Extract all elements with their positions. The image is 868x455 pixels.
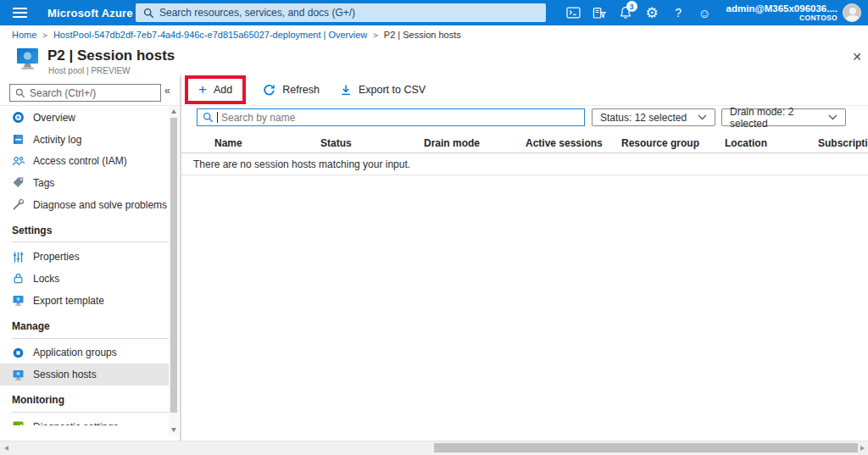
switch-directory-icon[interactable] (587, 0, 613, 25)
sidebar-item-label: Activity log (33, 134, 81, 146)
sidebar-item-label: Access control (IAM) (33, 155, 127, 167)
scroll-up-icon[interactable] (171, 109, 176, 114)
sidebar-item-locks[interactable]: Locks (0, 268, 169, 290)
notifications-bell-icon[interactable]: 3 (613, 0, 639, 25)
sidebar-scrollbar[interactable] (169, 106, 179, 436)
filter-row: Status: 12 selected Drain mode: 2 select… (181, 107, 868, 129)
sidebar-section-monitoring: Monitoring (0, 391, 169, 410)
sidebar-section-settings: Settings (0, 220, 169, 240)
top-bar-actions: 3 ⚙ ? ☺ admin@M365x096036.... CONTOSO (560, 0, 868, 25)
sidebar-item-properties[interactable]: Properties (0, 246, 169, 268)
scroll-left-icon[interactable] (4, 446, 8, 451)
refresh-button[interactable]: Refresh (253, 79, 330, 102)
sidebar-item-label: Overview (33, 112, 75, 124)
chevron-down-icon (828, 114, 837, 120)
sidebar-item-overview[interactable]: Overview (0, 107, 169, 129)
close-icon[interactable]: ✕ (848, 48, 866, 65)
divider (0, 105, 180, 106)
collapse-sidebar-icon[interactable]: « (164, 85, 170, 97)
download-icon (340, 84, 352, 96)
monitor-icon (12, 369, 25, 381)
add-button-highlight: + Add (185, 75, 246, 104)
page-title: P2 | Session hosts (47, 47, 175, 64)
breadcrumb: Home > HostPool-547db2df-7eb7-4a4d-946c-… (0, 25, 868, 44)
empty-state-message: There are no session hosts matching your… (181, 153, 868, 175)
divider (12, 241, 169, 242)
sidebar-section-manage: Manage (0, 317, 169, 336)
global-search-input[interactable] (136, 3, 546, 22)
account-name: admin@M365x096036.... (726, 3, 837, 14)
export-csv-button[interactable]: Export to CSV (330, 79, 436, 101)
tag-icon (12, 176, 25, 189)
refresh-icon (263, 84, 275, 97)
notification-count-badge: 3 (626, 1, 637, 12)
avatar[interactable] (843, 3, 861, 22)
session-hosts-pane: + Add Refresh Export to CSV (181, 75, 868, 441)
account-tenant: CONTOSO (726, 14, 837, 23)
sidebar-item-access-control[interactable]: Access control (IAM) (0, 150, 169, 172)
sidebar-item-label: Locks (33, 273, 59, 285)
feedback-smiley-icon[interactable]: ☺ (692, 0, 718, 25)
sidebar-item-label: Properties (33, 251, 80, 263)
plus-icon: + (198, 85, 207, 95)
sidebar-menu: Overview Activity log Access control (IA… (0, 107, 169, 425)
search-icon (143, 8, 154, 19)
column-header-location[interactable]: Location (725, 137, 818, 149)
sidebar-item-activity-log[interactable]: Activity log (0, 129, 169, 151)
diagnostic-settings-icon (12, 420, 25, 425)
breadcrumb-hostpool-link[interactable]: HostPool-547db2df-7eb7-4a4d-946c-e7d815a… (53, 30, 367, 40)
sidebar-item-session-hosts[interactable]: Session hosts (0, 363, 169, 386)
breadcrumb-home-link[interactable]: Home (12, 30, 36, 40)
account-menu[interactable]: admin@M365x096036.... CONTOSO (726, 3, 837, 23)
scrollbar-thumb[interactable] (434, 443, 858, 452)
help-icon[interactable]: ? (665, 0, 692, 25)
scroll-right-icon[interactable] (860, 446, 865, 451)
sidebar-search-field[interactable] (30, 87, 160, 99)
column-header-drain-mode[interactable]: Drain mode (424, 137, 526, 149)
column-header-resource-group[interactable]: Resource group (621, 137, 725, 149)
host-pool-icon (16, 47, 39, 72)
azure-portal-window: Microsoft Azure 3 ⚙ ? ☺ admin@M365x09603… (0, 0, 868, 455)
search-icon (15, 88, 25, 98)
settings-gear-icon[interactable]: ⚙ (639, 0, 665, 25)
sidebar-item-label: Session hosts (33, 369, 97, 380)
scrollbar-thumb[interactable] (170, 118, 177, 413)
horizontal-scrollbar[interactable] (0, 441, 868, 455)
blade-sidebar: « Overview Activity log Access control (… (0, 78, 181, 441)
sidebar-item-diagnostic-settings[interactable]: Diagnostic settings (0, 416, 169, 425)
overview-icon (12, 111, 25, 124)
sidebar-item-export-template[interactable]: Export template (0, 290, 169, 312)
sidebar-item-label: Application groups (33, 347, 117, 358)
chevron-right-icon: > (42, 31, 47, 40)
sidebar-search-input[interactable] (9, 84, 161, 102)
status-filter-dropdown[interactable]: Status: 12 selected (592, 108, 715, 126)
sidebar-item-diagnose[interactable]: Diagnose and solve problems (0, 194, 169, 216)
column-header-active-sessions[interactable]: Active sessions (526, 137, 621, 149)
cloud-shell-icon[interactable] (560, 0, 587, 25)
chevron-right-icon: > (373, 31, 378, 40)
table-header-row: Name Status Drain mode Active sessions R… (181, 134, 868, 153)
activity-log-icon (12, 133, 25, 146)
drain-mode-filter-dropdown[interactable]: Drain mode: 2 selected (721, 108, 846, 126)
column-header-name[interactable]: Name (214, 137, 320, 149)
sidebar-item-label: Export template (33, 295, 104, 307)
brand-title[interactable]: Microsoft Azure (47, 7, 133, 19)
column-header-subscription[interactable]: Subscription (818, 137, 868, 149)
command-bar: + Add Refresh Export to CSV (181, 75, 868, 106)
application-groups-icon (12, 347, 25, 359)
monitor-icon (12, 294, 25, 307)
search-by-name-input[interactable] (197, 108, 585, 126)
scroll-down-icon[interactable] (171, 428, 176, 432)
add-button[interactable]: + Add (188, 79, 242, 101)
wrench-icon (12, 198, 25, 211)
portal-menu-icon[interactable] (0, 0, 39, 25)
search-by-name-field[interactable] (221, 112, 584, 124)
breadcrumb-current: P2 | Session hosts (384, 30, 461, 40)
sidebar-item-application-groups[interactable]: Application groups (0, 342, 169, 364)
global-search-field[interactable] (159, 7, 546, 19)
divider (12, 412, 169, 413)
sidebar-item-tags[interactable]: Tags (0, 172, 169, 194)
search-icon (203, 112, 214, 123)
column-header-status[interactable]: Status (320, 137, 424, 149)
text-cursor (217, 112, 218, 123)
